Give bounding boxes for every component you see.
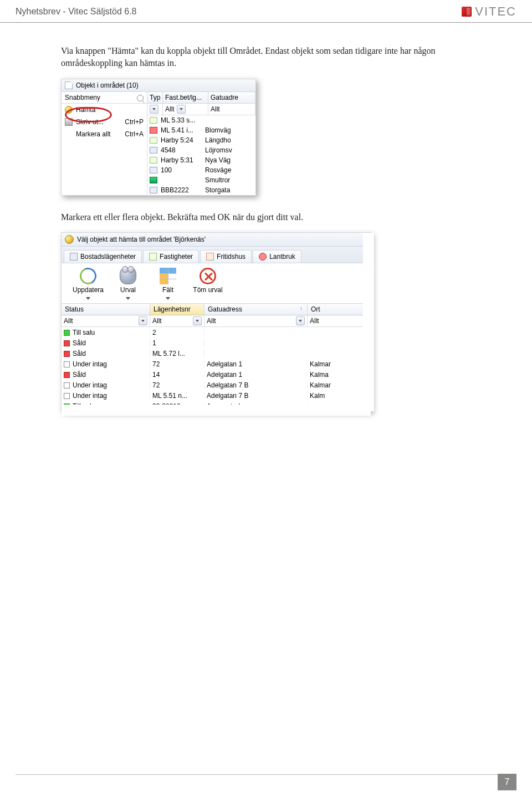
- status-icon: [64, 361, 70, 367]
- tab-fastigheter[interactable]: Fastigheter: [143, 250, 199, 263]
- property-icon: [149, 253, 157, 261]
- dropdown-icon[interactable]: [84, 297, 92, 301]
- filter-row: Allt Allt: [147, 104, 255, 115]
- paragraph-1: Via knappen "Hämta" kan du koppla objekt…: [61, 45, 477, 70]
- table-row[interactable]: Under intag72Adelgatan 7 BKalmar: [62, 380, 371, 390]
- tool-falt[interactable]: Fält: [148, 268, 188, 301]
- tab-fritidshus[interactable]: Fritidshus: [200, 250, 252, 263]
- dropdown-icon[interactable]: [193, 316, 202, 325]
- tool-urval[interactable]: Urval: [108, 268, 148, 301]
- sort-arrow-icon: ↑: [300, 305, 303, 311]
- page-footer: 7: [498, 774, 516, 790]
- screenshot-objekt-i-omradet: Objekt i området (10) Snabbmeny Hämta: [61, 79, 256, 196]
- table-row[interactable]: Under intagML 5.51 n...Adelgatan 7 BKalm: [62, 390, 371, 401]
- filter-row: Allt Allt Allt Allt: [62, 315, 371, 327]
- table-row[interactable]: Under intag72Adelgatan 1Kalmar: [62, 359, 371, 369]
- table-row[interactable]: Harby 5:31Nya Väg: [147, 155, 255, 165]
- menu-item-markera-allt[interactable]: Markera allt Ctrl+A: [62, 128, 147, 140]
- filter-ort[interactable]: Allt: [308, 315, 371, 326]
- filter-status[interactable]: Allt: [62, 315, 150, 326]
- col-status[interactable]: Status: [62, 304, 150, 315]
- object-type-icon: [150, 117, 157, 124]
- brand-text: VITEC: [475, 4, 516, 19]
- tool-tom-urval[interactable]: Töm urval: [188, 268, 228, 301]
- col-gatuadress[interactable]: Gatuadress ↑: [204, 304, 308, 315]
- column-headers: Status Lägenhetsnr Gatuadress ↑ Ort: [62, 304, 371, 315]
- dropdown-icon[interactable]: [150, 105, 158, 114]
- table-row[interactable]: 4548Löjromsv: [147, 145, 255, 155]
- status-icon: [64, 351, 70, 357]
- object-type-icon: [150, 147, 157, 154]
- table-row[interactable]: BBB2222Storgata: [147, 185, 255, 195]
- snabbmeny-pane: Snabbmeny Hämta Skriv ut... Ctrl+P: [62, 92, 147, 195]
- col-typ[interactable]: Typ: [147, 92, 163, 103]
- tab-lantbruk[interactable]: Lantbruk: [253, 250, 301, 263]
- table-row[interactable]: Såld1: [62, 338, 371, 348]
- filter-typ[interactable]: [147, 104, 163, 115]
- tab-row: Bostadslägenheter Fastigheter Fritidshus…: [62, 247, 371, 263]
- tab-bostadslagenheter[interactable]: Bostadslägenheter: [64, 250, 142, 263]
- object-type-icon: [150, 177, 157, 183]
- col-fastbet[interactable]: Fast.bet/lg...: [163, 92, 208, 103]
- apartment-icon: [70, 253, 78, 261]
- print-icon: [65, 118, 73, 126]
- panel-titlebar: Objekt i området (10): [62, 79, 255, 92]
- table-row[interactable]: 100Rosväge: [147, 165, 255, 175]
- menu-item-skriv-ut[interactable]: Skriv ut... Ctrl+P: [62, 116, 147, 128]
- dialog-icon: [65, 235, 74, 244]
- footer-rule: [16, 774, 516, 775]
- snabbmeny-header: Snabbmeny: [62, 92, 147, 104]
- vitec-logo: VITEC: [462, 4, 516, 19]
- object-type-icon: [150, 127, 157, 134]
- table-row[interactable]: SåldML 5.72 l...: [62, 348, 371, 359]
- col-gatuadress[interactable]: Gatuadre: [208, 92, 255, 103]
- binoculars-icon: [120, 268, 136, 284]
- dropdown-icon[interactable]: [124, 297, 132, 301]
- dialog-titlebar: Välj objekt att hämta till området 'Björ…: [62, 233, 371, 247]
- table-row[interactable]: ML 5.33 s...: [147, 115, 255, 125]
- refresh-icon: [78, 265, 99, 287]
- hamta-icon: [65, 106, 73, 114]
- table-row[interactable]: ML 5.41 i...Blomväg: [147, 125, 255, 135]
- filter-gatuadress[interactable]: Allt: [208, 104, 255, 115]
- toolbar: Uppdatera Urval Fält Töm urval: [62, 263, 371, 304]
- panel-title: Objekt i området (10): [76, 81, 139, 89]
- object-type-icon: [150, 167, 157, 173]
- filter-fastbet[interactable]: Allt: [163, 104, 208, 115]
- filter-lagenhetsnr[interactable]: Allt: [150, 315, 204, 326]
- dropdown-icon[interactable]: [164, 297, 172, 301]
- cottage-icon: [206, 253, 214, 261]
- tool-uppdatera[interactable]: Uppdatera: [68, 268, 108, 301]
- object-type-icon: [150, 137, 157, 144]
- table-row[interactable]: Såld14Adelgatan 1Kalma: [62, 369, 371, 380]
- table-row[interactable]: Harby 5:24Längdho: [147, 135, 255, 145]
- vitec-logo-icon: [462, 7, 472, 17]
- dropdown-icon[interactable]: [139, 316, 147, 325]
- col-lagenhetsnr[interactable]: Lägenhetsnr: [150, 304, 204, 315]
- dialog-title: Välj objekt att hämta till området 'Björ…: [77, 236, 206, 243]
- menu-item-hamta[interactable]: Hämta: [62, 104, 147, 116]
- header-title: Nyhetsbrev - Vitec Säljstöd 6.8: [16, 7, 136, 17]
- object-type-icon: [150, 157, 157, 164]
- object-list-pane: Typ Fast.bet/lg... Gatuadre Allt Allt: [147, 92, 255, 195]
- column-headers: Typ Fast.bet/lg... Gatuadre: [147, 92, 255, 104]
- torn-edge-decoration: [62, 405, 371, 416]
- status-icon: [64, 372, 70, 378]
- farm-icon: [259, 253, 267, 261]
- clear-icon: [200, 268, 216, 284]
- data-rows: Till salu2Såld1SåldML 5.72 l...Under int…: [62, 327, 371, 411]
- dropdown-icon[interactable]: [296, 316, 305, 325]
- filter-gatuadress[interactable]: Allt: [204, 315, 308, 326]
- search-icon[interactable]: [137, 95, 144, 101]
- dropdown-icon[interactable]: [177, 105, 186, 114]
- screenshot-valj-objekt: Välj objekt att hämta till området 'Björ…: [61, 232, 371, 412]
- paragraph-2: Markera ett eller flera objekt. Bekräfta…: [61, 211, 477, 223]
- object-type-icon: [150, 187, 157, 193]
- object-rows: ML 5.33 s...ML 5.41 i...BlomvägHarby 5:2…: [147, 115, 255, 195]
- status-icon: [64, 330, 70, 336]
- table-row[interactable]: Smultror: [147, 175, 255, 185]
- status-icon: [64, 393, 70, 399]
- page-header: Nyhetsbrev - Vitec Säljstöd 6.8 VITEC: [0, 0, 532, 23]
- table-row[interactable]: Till salu2: [62, 327, 371, 338]
- col-ort[interactable]: Ort: [308, 304, 371, 315]
